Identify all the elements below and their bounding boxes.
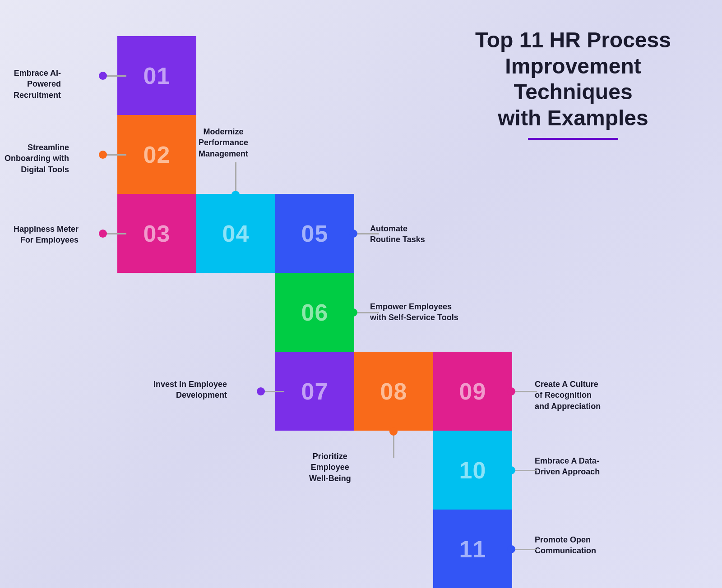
block-05: 05 <box>275 194 354 273</box>
label-11: Promote Open Communication <box>535 534 596 556</box>
label-04: Modernize Performance Management <box>199 126 248 159</box>
dot-label-10 <box>507 466 515 474</box>
block-01: 01 <box>117 36 196 115</box>
block-06: 06 <box>275 273 354 352</box>
dot-label-11 <box>507 545 515 553</box>
connector-label-05 <box>354 233 379 234</box>
connector-label-06 <box>354 312 379 313</box>
dot-label-08 <box>389 427 398 436</box>
label-06: Empower Employees with Self-Service Tool… <box>370 301 458 323</box>
dot-label-09 <box>507 387 515 395</box>
block-09: 09 <box>433 352 512 431</box>
dot-label-07 <box>257 387 265 395</box>
block-07: 07 <box>275 352 354 431</box>
block-10: 10 <box>433 431 512 510</box>
block-03: 03 <box>117 194 196 273</box>
label-07: Invest In Employee Development <box>153 379 227 401</box>
dot-label-02 <box>99 151 107 159</box>
dot-label-06 <box>349 308 357 317</box>
dot-label-01 <box>99 72 107 80</box>
block-02: 02 <box>117 115 196 194</box>
dot-label-04 <box>231 191 240 199</box>
label-02: Streamline Onboarding with Digital Tools <box>5 142 69 175</box>
label-08: Prioritize Employee Well-Being <box>309 451 351 484</box>
label-10: Embrace A Data- Driven Approach <box>535 455 600 478</box>
block-04: 04 <box>196 194 275 273</box>
connector-label-04 <box>235 162 236 194</box>
staircase-container: 0102030405060708091011Embrace AI- Powere… <box>0 0 722 588</box>
connector-label-09 <box>512 391 537 392</box>
connector-label-11 <box>512 549 537 550</box>
label-01: Embrace AI- Powered Recruitment <box>14 68 61 101</box>
label-09: Create A Culture of Recognition and Appr… <box>535 379 601 412</box>
block-08: 08 <box>354 352 433 431</box>
connector-label-10 <box>512 470 537 471</box>
dot-label-05 <box>349 230 357 238</box>
block-11: 11 <box>433 510 512 588</box>
label-03: Happiness Meter For Employees <box>14 224 79 246</box>
dot-label-03 <box>99 230 107 238</box>
